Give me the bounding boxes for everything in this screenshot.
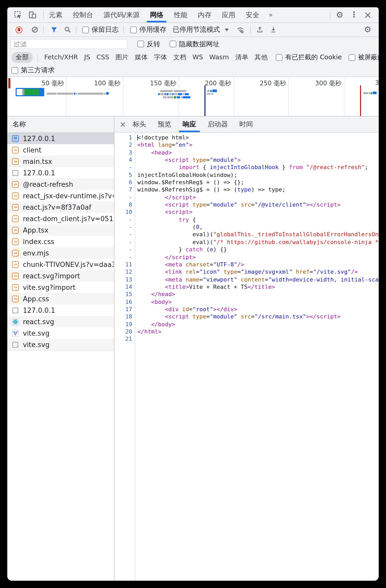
type-filter-其他[interactable]: 其他 xyxy=(254,53,267,62)
detail-tab-启动器[interactable]: 启动器 xyxy=(202,117,234,132)
line-number: 16 xyxy=(114,298,135,306)
blocked-requests-checkbox[interactable] xyxy=(349,54,355,61)
request-row[interactable]: ‹›env.mjs xyxy=(7,247,114,259)
chevron-down-icon[interactable] xyxy=(225,28,229,31)
code-line: 5injectIntoGlobalHook(window); xyxy=(114,171,379,179)
tab-性能[interactable]: 性能 xyxy=(169,7,193,22)
type-filter-JS[interactable]: JS xyxy=(84,53,90,62)
type-filter-all[interactable]: 全部 xyxy=(11,52,33,63)
third-party-checkbox[interactable] xyxy=(11,67,18,74)
type-filter-Wasm[interactable]: Wasm xyxy=(209,53,229,62)
requests-header[interactable]: 名称 xyxy=(7,117,114,133)
search-icon[interactable] xyxy=(64,26,71,33)
disable-cache-checkbox[interactable] xyxy=(130,26,137,33)
close-detail-icon[interactable]: × xyxy=(119,120,127,129)
request-row[interactable]: ‹›vite.svg?import xyxy=(7,282,114,293)
network-overview-timeline[interactable]: 50 毫秒100 毫秒150 毫秒200 毫秒250 毫秒300 毫秒3 xyxy=(7,77,379,117)
invert-filter-checkbox[interactable] xyxy=(137,41,144,47)
waterfall-bar xyxy=(47,93,57,94)
type-filter-字体[interactable]: 字体 xyxy=(154,53,167,62)
tab-安全[interactable]: 安全 xyxy=(241,7,265,22)
blocked-requests-label[interactable]: 被屏蔽的请求 xyxy=(358,53,379,62)
devtools-window: 元素控制台源代码/来源网络性能内存应用安全 » ⚙ ⋮ × 保留日志 xyxy=(7,7,379,581)
network-settings-gear-icon[interactable]: ⚙ xyxy=(364,25,371,34)
request-row[interactable]: 127.0.0.1 xyxy=(7,304,114,316)
throttling-select[interactable]: 已停用节流模式 xyxy=(173,25,220,34)
settings-gear-icon[interactable]: ⚙ xyxy=(336,11,343,19)
request-row[interactable]: ‹›chunk-TTIVONEV.js?v=daa3… xyxy=(7,259,114,270)
script-icon: ‹› xyxy=(12,146,19,153)
inspect-cursor-icon[interactable] xyxy=(14,11,22,19)
filter-input[interactable] xyxy=(10,39,127,49)
request-row[interactable]: ‹›react_jsx-dev-runtime.js?v=1… xyxy=(7,190,114,201)
code-line: 2<html lang="en"> xyxy=(114,142,379,149)
detail-tab-响应[interactable]: 响应 xyxy=(177,117,202,132)
detail-tab-时间[interactable]: 时间 xyxy=(234,117,259,132)
blocked-cookies-label[interactable]: 有已拦截的 Cookie xyxy=(285,53,342,62)
preserve-log-checkbox[interactable] xyxy=(82,26,89,33)
tab-应用[interactable]: 应用 xyxy=(217,7,241,22)
request-name: react.js?v=8f37a0af xyxy=(23,203,91,211)
disable-cache-label[interactable]: 停用缓存 xyxy=(139,25,166,34)
export-har-icon[interactable] xyxy=(270,26,277,33)
detail-tab-预览[interactable]: 预览 xyxy=(152,117,177,132)
waterfall-bar xyxy=(158,93,160,95)
waterfall-bar xyxy=(24,89,39,95)
request-row[interactable]: ‹›react.js?v=8f37a0af xyxy=(7,201,114,213)
type-filter-清单[interactable]: 清单 xyxy=(235,53,248,62)
request-row[interactable]: ‹›App.tsx xyxy=(7,224,114,236)
invert-filter-label[interactable]: 反转 xyxy=(147,39,160,49)
kebab-menu-icon[interactable]: ⋮ xyxy=(350,11,358,19)
type-filter-CSS[interactable]: CSS xyxy=(96,53,109,62)
request-row[interactable]: ‹›react.svg?import xyxy=(7,270,114,282)
clear-icon[interactable] xyxy=(31,26,38,33)
line-number: 18 xyxy=(114,314,135,321)
vite-logo-icon xyxy=(12,330,19,336)
detail-tab-标头[interactable]: 标头 xyxy=(127,117,152,132)
record-network-log-button[interactable] xyxy=(16,26,22,33)
tab-源代码/来源[interactable]: 源代码/来源 xyxy=(98,7,145,22)
script-icon: ‹› xyxy=(12,181,19,188)
request-row[interactable]: ‹›@react-refresh xyxy=(7,178,114,190)
hide-data-urls-label[interactable]: 隐藏数据网址 xyxy=(179,39,220,49)
blocked-cookies-checkbox[interactable] xyxy=(276,54,282,61)
code-line: - </script> xyxy=(114,194,379,202)
request-row[interactable]: ‹›App.css xyxy=(7,293,114,304)
tab-内存[interactable]: 内存 xyxy=(193,7,217,22)
type-filter-文档[interactable]: 文档 xyxy=(173,53,186,62)
request-row[interactable]: ‹›main.tsx xyxy=(7,156,114,167)
network-split-view: 名称 127.0.0.1‹›client‹›main.tsx127.0.0.1‹… xyxy=(7,117,379,581)
waterfall-bar xyxy=(183,96,190,98)
close-icon[interactable]: × xyxy=(364,10,372,20)
type-filter-WS[interactable]: WS xyxy=(192,53,203,62)
tab-控制台[interactable]: 控制台 xyxy=(68,7,98,22)
request-name: 127.0.0.1 xyxy=(23,169,55,177)
request-row[interactable]: ‹›react-dom_client.js?v=0511d… xyxy=(7,213,114,224)
import-har-icon[interactable] xyxy=(256,26,263,33)
network-conditions-icon[interactable] xyxy=(236,26,245,34)
type-filter-Fetch/XHR[interactable]: Fetch/XHR xyxy=(44,53,78,62)
request-row[interactable]: react.svg xyxy=(7,316,114,327)
script-icon: ‹› xyxy=(12,204,19,210)
tab-元素[interactable]: 元素 xyxy=(44,7,68,22)
third-party-label[interactable]: 第三方请求 xyxy=(21,66,55,75)
more-tabs-button[interactable]: » xyxy=(265,7,276,22)
preserve-log-label[interactable]: 保留日志 xyxy=(92,25,119,34)
waterfall-bar xyxy=(78,93,104,94)
generic-icon xyxy=(12,341,19,348)
filter-funnel-icon[interactable] xyxy=(50,26,58,33)
dcl-event-line xyxy=(204,85,205,116)
request-name: vite.svg xyxy=(23,341,50,348)
request-row[interactable]: vite.svg xyxy=(7,327,114,339)
request-row[interactable]: ‹›client xyxy=(7,144,114,156)
waterfall-bar xyxy=(172,93,174,95)
request-row[interactable]: vite.svg xyxy=(7,339,114,351)
request-row[interactable]: ‹›index.css xyxy=(7,236,114,247)
type-filter-媒体[interactable]: 媒体 xyxy=(135,53,148,62)
tab-网络[interactable]: 网络 xyxy=(145,7,169,22)
request-row[interactable]: 127.0.0.1 xyxy=(7,133,114,144)
type-filter-图片[interactable]: 图片 xyxy=(115,53,128,62)
request-row[interactable]: 127.0.0.1 xyxy=(7,167,114,178)
device-toolbar-icon[interactable] xyxy=(28,11,36,19)
hide-data-urls-checkbox[interactable] xyxy=(170,41,176,47)
